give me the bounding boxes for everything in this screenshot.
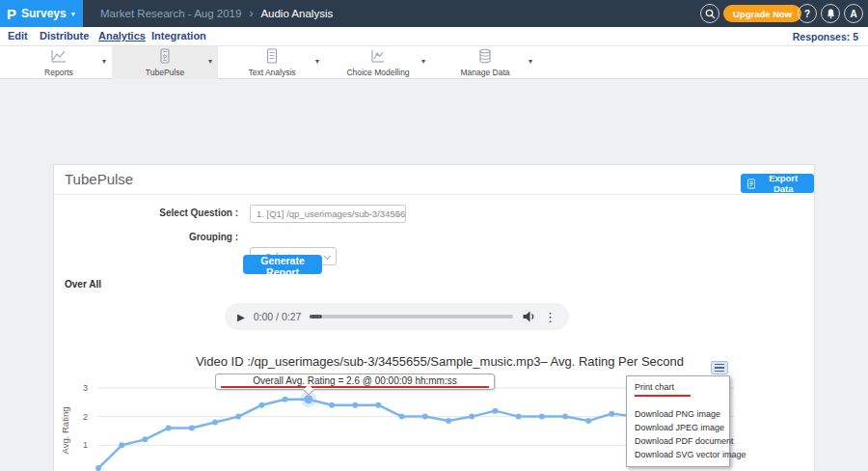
menu-separator xyxy=(627,396,729,407)
toolbar-label: Manage Data xyxy=(432,68,538,77)
question-select[interactable]: 1. [Q1] /qp_userimages/sub-3/3455655/S..… xyxy=(250,205,406,223)
choice-chart-icon xyxy=(369,48,387,64)
section-nav: Edit Distribute Analytics Integration Re… xyxy=(0,27,868,46)
product-menu-label: Surveys xyxy=(21,7,67,20)
question-icon: ? xyxy=(804,9,810,19)
nav-item-integration[interactable]: Integration xyxy=(151,30,206,42)
chevron-down-icon[interactable]: ▾ xyxy=(421,57,425,66)
select-question-label: Select Question : xyxy=(54,208,238,218)
breadcrumb-current: Audio Analysis xyxy=(260,8,333,19)
responses-count: Responses: 5 xyxy=(793,31,858,42)
audio-player: ▶ 0:00 / 0:27 ⋮ xyxy=(225,303,569,330)
svg-text:3: 3 xyxy=(83,383,88,393)
divider xyxy=(54,194,814,195)
generate-report-button[interactable]: Generate Report xyxy=(243,255,322,274)
menu-item-download-svg[interactable]: Download SVG vector image xyxy=(627,448,729,461)
toolbar-item-choice-modelling[interactable]: ▾ Choice Modelling xyxy=(325,46,431,79)
search-icon xyxy=(705,9,716,19)
toolbar-label: TubePulse xyxy=(112,68,218,77)
video-pulse-icon xyxy=(156,48,174,64)
chevron-down-icon[interactable]: ▾ xyxy=(102,57,106,66)
bell-icon xyxy=(826,8,836,19)
nav-item-distribute[interactable]: Distribute xyxy=(40,30,89,42)
hamburger-icon xyxy=(715,364,724,366)
menu-item-download-jpeg[interactable]: Download JPEG image xyxy=(627,421,729,434)
search-button[interactable] xyxy=(700,4,719,23)
export-data-button[interactable]: Export Data xyxy=(741,174,814,193)
audio-progress xyxy=(310,315,322,319)
chevron-down-icon[interactable]: ▾ xyxy=(529,57,532,66)
section-label: Over All xyxy=(65,279,101,290)
volume-icon[interactable] xyxy=(522,310,535,323)
toolbar-label: Text Analysis xyxy=(219,68,325,77)
toolbar-label: Reports xyxy=(6,68,112,77)
avatar[interactable]: A xyxy=(844,4,863,23)
svg-text:1: 1 xyxy=(83,440,88,450)
breadcrumb-separator: › xyxy=(249,7,253,20)
top-bar: P Surveys ▾ Market Research - Aug 2019 ›… xyxy=(0,0,868,27)
line-chart-icon xyxy=(50,48,68,64)
chart-tooltip: Overall Avg. Rating = 2.6 @ 00:00:09 hh:… xyxy=(215,374,495,390)
avatar-initial: A xyxy=(850,9,856,19)
chevron-down-icon xyxy=(324,253,331,260)
toolbar-item-reports[interactable]: ▾ Reports xyxy=(6,46,112,79)
chart-export-menu: Print chart Download PNG image Download … xyxy=(626,375,730,467)
chart-tooltip-text: Overall Avg. Rating = 2.6 @ 00:00:09 hh:… xyxy=(253,375,456,386)
toolbar-label: Choice Modelling xyxy=(325,68,431,77)
chevron-down-icon: ▾ xyxy=(71,10,75,18)
analytics-toolbar: ▾ Reports ▾ TubePulse ▾ Text Analysis ▾ … xyxy=(0,46,868,79)
breadcrumb-parent[interactable]: Market Research - Aug 2019 xyxy=(100,8,241,19)
svg-text:2: 2 xyxy=(83,412,88,422)
nav-item-analytics[interactable]: Analytics xyxy=(98,30,146,42)
play-button[interactable]: ▶ xyxy=(237,312,245,322)
toolbar-item-manage-data[interactable]: ▾ Manage Data xyxy=(432,46,538,79)
red-annotation-underline xyxy=(635,395,691,397)
chevron-down-icon[interactable]: ▾ xyxy=(208,57,212,66)
chart-title: Video ID :/qp_userimages/sub-3/3455655/S… xyxy=(97,354,782,369)
audio-seek-bar[interactable] xyxy=(310,315,513,319)
red-annotation-underline xyxy=(221,386,489,388)
page-content: TubePulse Export Data Select Question : … xyxy=(0,79,868,471)
svg-text:Avg. Rating: Avg. Rating xyxy=(60,407,70,455)
nav-item-edit[interactable]: Edit xyxy=(8,30,28,42)
tubepulse-panel: TubePulse Export Data Select Question : … xyxy=(53,164,815,471)
export-file-icon xyxy=(747,179,755,189)
breadcrumb: Market Research - Aug 2019 › Audio Analy… xyxy=(100,0,333,27)
menu-item-download-pdf[interactable]: Download PDF document xyxy=(627,434,729,448)
export-data-label: Export Data xyxy=(759,173,807,194)
question-select-value: 1. [Q1] /qp_userimages/sub-3/3455655/S..… xyxy=(257,208,406,219)
grouping-label: Grouping : xyxy=(54,232,238,242)
brand-logo: P xyxy=(7,6,16,22)
menu-item-print-chart[interactable]: Print chart xyxy=(627,380,729,394)
upgrade-button[interactable]: Upgrade Now xyxy=(723,5,801,22)
database-icon xyxy=(476,48,494,64)
product-switcher[interactable]: P Surveys ▾ xyxy=(0,0,83,27)
document-icon xyxy=(263,48,281,64)
menu-item-download-png[interactable]: Download PNG image xyxy=(627,407,729,421)
toolbar-item-tubepulse[interactable]: ▾ TubePulse xyxy=(112,46,218,79)
audio-time: 0:00 / 0:27 xyxy=(254,311,302,322)
help-button[interactable]: ? xyxy=(798,4,817,23)
notifications-button[interactable] xyxy=(821,4,840,23)
toolbar-item-text-analysis[interactable]: ▾ Text Analysis xyxy=(219,46,325,79)
kebab-menu-icon[interactable]: ⋮ xyxy=(544,311,556,323)
panel-title: TubePulse xyxy=(65,171,133,187)
chevron-down-icon[interactable]: ▾ xyxy=(315,57,319,66)
